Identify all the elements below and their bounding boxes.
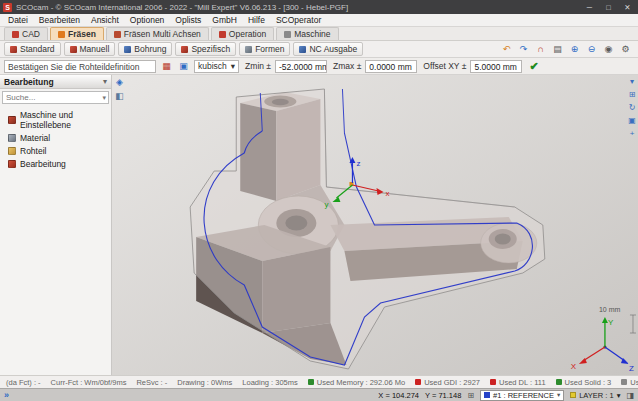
cam-tree: Maschine und Einstellebene Material Roht… xyxy=(0,106,111,172)
stock-envelope xyxy=(190,89,545,369)
badge-label: Used DL : 111 xyxy=(499,378,546,387)
bohrung-button[interactable]: Bohrung xyxy=(118,42,172,56)
undo-icon[interactable]: ↶ xyxy=(500,43,513,56)
menu-item-scoperator[interactable]: SCOperator xyxy=(276,15,321,25)
menu-item-optionen[interactable]: Optionen xyxy=(130,15,165,25)
search-icon[interactable]: ◉ xyxy=(602,43,615,56)
minimize-button[interactable]: ─ xyxy=(582,3,597,12)
prompt-bar: Bestätigen Sie die Rohteildefinition ▦ ▣… xyxy=(0,58,638,75)
operation-tab-icon xyxy=(219,31,226,38)
stock-icon[interactable]: ▦ xyxy=(160,60,173,73)
tree-item-label: Bearbeitung xyxy=(20,159,66,169)
settings-icon[interactable]: ⚙ xyxy=(619,43,632,56)
menu-item-gmbh[interactable]: GmbH xyxy=(212,15,237,25)
view-axis-z-label: Z xyxy=(629,364,634,373)
specific-icon xyxy=(181,46,188,53)
app-logo-icon: S xyxy=(3,3,12,12)
badge-label: Used Solid : 3 xyxy=(565,378,612,387)
menu-item-oplists[interactable]: Oplists xyxy=(175,15,201,25)
menu-item-hilfe[interactable]: Hilfe xyxy=(248,15,265,25)
main-area: Bearbeitung ▾ ▾ Maschine und Einstellebe… xyxy=(0,75,638,375)
manuell-button[interactable]: Manuell xyxy=(64,42,116,56)
tab-operation[interactable]: Operation xyxy=(211,27,274,40)
tab-fraesen[interactable]: Fräsen xyxy=(50,27,104,40)
maximize-button[interactable]: □ xyxy=(601,3,616,12)
tree-item-machine[interactable]: Maschine und Einstellebene xyxy=(0,108,111,131)
stock-shape-select[interactable]: kubisch ▾ xyxy=(194,60,239,73)
cursor-y-coordinate: Y = 71.148 xyxy=(425,391,461,400)
tree-item-bearbeitung[interactable]: Bearbeitung xyxy=(0,157,111,170)
search-input[interactable] xyxy=(3,93,100,102)
chevron-down-icon: ▾ xyxy=(617,391,621,400)
grid-icon[interactable]: ⊞ xyxy=(467,391,474,400)
operations-panel: Bearbeitung ▾ ▾ Maschine und Einstellebe… xyxy=(0,75,112,375)
nc-ausgabe-button[interactable]: NC Ausgabe xyxy=(293,42,363,56)
solid-icon[interactable]: ▣ xyxy=(177,60,190,73)
status-dot-icon xyxy=(621,379,627,385)
bottom-bar: » X = 104.274 Y = 71.148 ⊞ #1 : REFERENC… xyxy=(0,388,638,401)
reference-dropdown[interactable]: #1 : REFERENCE ▾ xyxy=(480,390,564,401)
button-label: Formen xyxy=(255,44,284,54)
viewport-3d[interactable]: z x y 10 mm Y xyxy=(112,75,638,375)
chevron-down-icon: ▾ xyxy=(100,94,108,102)
redo-icon[interactable]: ↷ xyxy=(517,43,530,56)
ribbon-tab-bar: CAD Fräsen Fräsen Multi Achsen Operation… xyxy=(0,27,638,41)
layer-dropdown[interactable]: LAYER : 1 ▾ xyxy=(570,391,620,400)
axis-y-label: y xyxy=(324,200,328,209)
panel-title: Bearbeitung xyxy=(4,77,54,87)
close-button[interactable]: ✕ xyxy=(620,3,635,12)
tab-fraesen-multi-achsen[interactable]: Fräsen Multi Achsen xyxy=(106,27,209,40)
tab-label: Maschine xyxy=(294,29,330,39)
panel-toggle-icon[interactable]: ◨ xyxy=(626,391,634,400)
status-segment: (da Fct) : - xyxy=(6,378,41,387)
zoom-in-icon[interactable]: ⊕ xyxy=(568,43,581,56)
orbit-icon[interactable]: ↻ xyxy=(627,103,637,113)
print-icon[interactable]: ▤ xyxy=(551,43,564,56)
manual-icon xyxy=(70,46,77,53)
spezifisch-button[interactable]: Spezifisch xyxy=(175,42,236,56)
status-segment: Drawing : 0Wms xyxy=(177,378,232,387)
zoom-out-icon[interactable]: ⊖ xyxy=(585,43,598,56)
offset-xy-field[interactable]: 5.0000 mm xyxy=(470,60,522,73)
axes-icon[interactable]: + xyxy=(627,129,637,139)
standard-button[interactable]: Standard xyxy=(4,42,61,56)
fit-view-icon[interactable]: ▣ xyxy=(627,116,637,126)
view-triad: Y X Z xyxy=(571,317,634,373)
status-info-bar: (da Fct) : - Curr-Fct : Wm/0bf/9ms ReSvc… xyxy=(0,375,638,388)
zmax-field[interactable]: 0.0000 mm xyxy=(365,60,417,73)
zmin-field[interactable]: -52.0000 mm xyxy=(275,60,327,73)
zero-point-icon[interactable]: ◈ xyxy=(114,77,125,88)
standard-icon xyxy=(10,46,17,53)
drilling-icon xyxy=(124,46,131,53)
status-segment: Curr-Fct : Wm/0bf/9ms xyxy=(51,378,127,387)
view-tool-cluster: ↶ ↷ ∩ ▤ ⊕ ⊖ ◉ ⚙ xyxy=(500,43,634,56)
collapse-icon[interactable]: ▾ xyxy=(627,77,637,87)
panel-pin-icon[interactable]: ▾ xyxy=(103,77,107,86)
model-canvas[interactable]: z x y 10 mm Y xyxy=(112,75,638,375)
tab-label: Fräsen Multi Achsen xyxy=(124,29,201,39)
tree-item-material[interactable]: Material xyxy=(0,131,111,144)
milling-tab-icon xyxy=(58,31,65,38)
formen-button[interactable]: Formen xyxy=(239,42,290,56)
tab-cad[interactable]: CAD xyxy=(4,27,48,40)
class-badge: Used Class : 0 xyxy=(621,378,638,387)
title-bar: S SCOcam - © SCOcam International 2006 -… xyxy=(0,0,638,14)
window-title: SCOcam - © SCOcam International 2006 - 2… xyxy=(16,3,578,12)
expand-status-icon[interactable]: » xyxy=(4,390,9,400)
fixture-icon[interactable]: ◧ xyxy=(114,91,125,102)
tab-label: CAD xyxy=(22,29,40,39)
menu-item-bearbeiten[interactable]: Bearbeiten xyxy=(39,15,80,25)
magnet-icon[interactable]: ∩ xyxy=(534,43,547,56)
confirm-button[interactable]: ✔ xyxy=(529,60,538,73)
shapes-icon xyxy=(245,46,252,53)
menu-item-datei[interactable]: Datei xyxy=(8,15,28,25)
button-label: Standard xyxy=(20,44,55,54)
tab-maschine[interactable]: Maschine xyxy=(276,27,338,40)
button-label: Bohrung xyxy=(134,44,166,54)
tree-item-rohteil[interactable]: Rohteil xyxy=(0,144,111,157)
solid-badge: Used Solid : 3 xyxy=(556,378,612,387)
selected-shape: kubisch xyxy=(198,61,227,71)
menu-item-ansicht[interactable]: Ansicht xyxy=(91,15,119,25)
views-icon[interactable]: ⊞ xyxy=(627,90,637,100)
layer-label: LAYER : 1 xyxy=(579,391,613,400)
